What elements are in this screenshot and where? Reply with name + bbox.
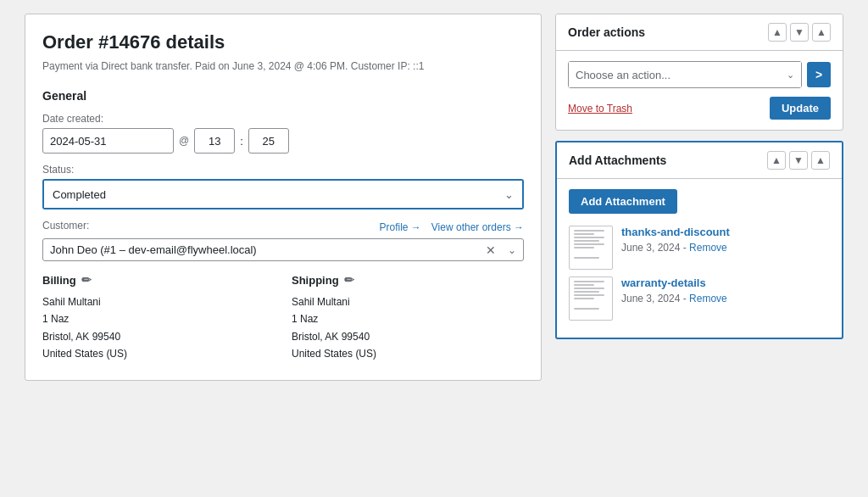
right-panel: Order actions ▲ ▼ ▲ Choose an action... …	[555, 14, 843, 339]
attachments-header: Add Attachments ▲ ▼ ▲	[557, 142, 842, 179]
action-select-wrap: Choose an action... ⌄	[568, 61, 802, 88]
time-separator: :	[240, 135, 243, 148]
attachment-name-2[interactable]: warranty-details	[621, 276, 830, 289]
order-actions-box: Order actions ▲ ▼ ▲ Choose an action... …	[555, 14, 843, 131]
billing-address: Sahil Multani 1 Naz Bristol, AK 99540 Un…	[42, 293, 275, 363]
update-btn[interactable]: Update	[770, 97, 831, 120]
order-actions-close-btn[interactable]: ▲	[812, 23, 831, 42]
time-hour-input[interactable]	[194, 128, 235, 154]
at-label: @	[179, 135, 189, 147]
attachment-item-1: thanks-and-discount June 3, 2024 - Remov…	[569, 226, 830, 270]
order-title: Order #14676 details	[42, 31, 524, 53]
order-actions-controls: ▲ ▼ ▲	[768, 23, 831, 42]
attachments-box: Add Attachments ▲ ▼ ▲ Add Attachment	[555, 141, 843, 339]
attachments-down-btn[interactable]: ▼	[789, 151, 808, 170]
attachment-info-1: thanks-and-discount June 3, 2024 - Remov…	[621, 226, 830, 254]
customer-select-wrap: ✕ ⌄	[42, 238, 524, 261]
shipping-address: Sahil Multani 1 Naz Bristol, AK 99540 Un…	[292, 293, 524, 363]
order-actions-header: Order actions ▲ ▼ ▲	[556, 14, 843, 51]
order-actions-body: Choose an action... ⌄ > Move to Trash Up…	[556, 51, 843, 130]
date-label: Date created:	[42, 113, 524, 125]
status-row: Status: Completed Pending payment Proces…	[42, 164, 524, 209]
action-select[interactable]: Choose an action...	[569, 62, 801, 87]
attachment-item-2: warranty-details June 3, 2024 - Remove	[569, 276, 830, 321]
attachment-info-2: warranty-details June 3, 2024 - Remove	[621, 276, 830, 304]
shipping-col: Shipping ✏ Sahil Multani 1 Naz Bristol, …	[292, 273, 524, 363]
move-trash-link[interactable]: Move to Trash	[568, 103, 632, 114]
status-select-wrap: Completed Pending payment Processing On …	[42, 179, 524, 209]
billing-edit-icon[interactable]: ✏	[81, 273, 92, 287]
shipping-title: Shipping	[292, 274, 339, 287]
left-panel: Order #14676 details Payment via Direct …	[25, 14, 542, 381]
order-actions-up-btn[interactable]: ▲	[768, 23, 787, 42]
attachments-up-btn[interactable]: ▲	[767, 151, 786, 170]
attachment-thumb-2	[569, 276, 613, 321]
attachment-thumb-1	[569, 226, 613, 270]
attachment-meta-2: June 3, 2024 - Remove	[621, 293, 830, 304]
order-actions-title: Order actions	[568, 25, 645, 39]
general-section-title: General	[42, 89, 524, 103]
attachment-name-1[interactable]: thanks-and-discount	[621, 226, 830, 238]
order-actions-down-btn[interactable]: ▼	[790, 23, 809, 42]
add-attachment-btn[interactable]: Add Attachment	[569, 189, 677, 214]
time-minute-input[interactable]	[248, 128, 289, 154]
profile-link[interactable]: Profile →	[379, 221, 420, 233]
customer-input[interactable]	[43, 239, 481, 260]
attachment-meta-1: June 3, 2024 - Remove	[621, 242, 830, 254]
attachment-remove-2[interactable]: Remove	[689, 293, 727, 304]
order-subtitle: Payment via Direct bank transfer. Paid o…	[42, 59, 524, 74]
billing-col: Billing ✏ Sahil Multani 1 Naz Bristol, A…	[42, 273, 275, 363]
shipping-edit-icon[interactable]: ✏	[344, 273, 354, 287]
attachments-body: Add Attachment thanks-and-discount Ju	[557, 179, 842, 338]
action-select-row: Choose an action... ⌄ >	[568, 61, 831, 88]
customer-chevron-icon: ⌄	[501, 244, 523, 256]
trash-row: Move to Trash Update	[568, 97, 831, 120]
customer-links: Profile → View other orders →	[379, 221, 524, 233]
date-input[interactable]	[42, 128, 174, 154]
view-orders-link[interactable]: View other orders →	[431, 221, 524, 233]
customer-row-wrap: Customer: Profile → View other orders → …	[42, 220, 524, 261]
status-label: Status:	[42, 164, 524, 176]
attachment-remove-1[interactable]: Remove	[689, 242, 727, 254]
run-action-btn[interactable]: >	[807, 62, 831, 87]
attachments-title: Add Attachments	[569, 154, 666, 167]
customer-clear-icon[interactable]: ✕	[481, 243, 501, 257]
customer-label: Customer:	[42, 220, 89, 232]
status-select[interactable]: Completed Pending payment Processing On …	[44, 181, 522, 208]
attachments-controls: ▲ ▼ ▲	[767, 151, 830, 170]
attachments-close-btn[interactable]: ▲	[811, 151, 830, 170]
billing-shipping: Billing ✏ Sahil Multani 1 Naz Bristol, A…	[42, 273, 524, 363]
billing-title: Billing	[42, 274, 76, 287]
date-row: Date created: @ :	[42, 113, 524, 154]
